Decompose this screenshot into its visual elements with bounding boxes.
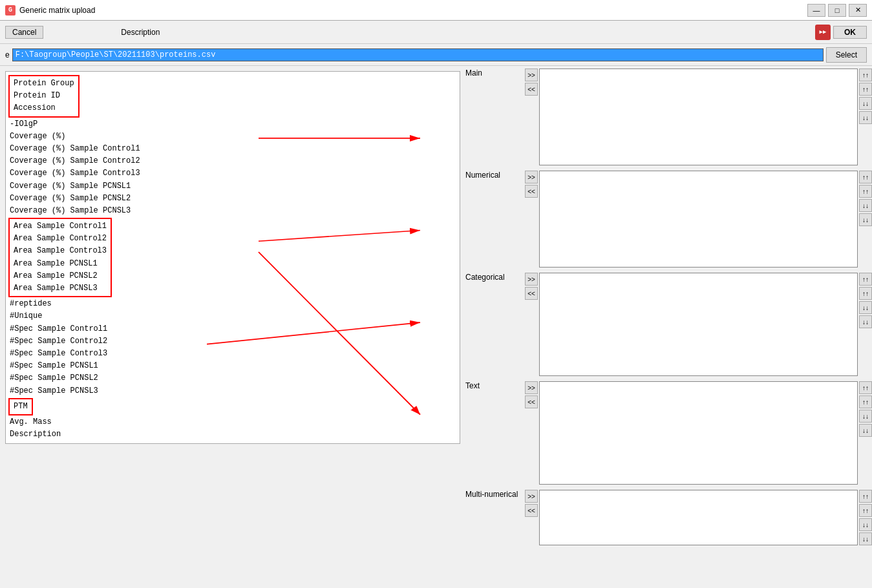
category-multi-numerical: Multi-numerical > < ↑ ↑ ↓ ↓: [465, 490, 872, 545]
list-item[interactable]: #Spec Sample PCNSL2: [8, 372, 457, 384]
numerical-down1-button[interactable]: ↓: [859, 199, 872, 212]
list-item[interactable]: Coverage (%) Sample Control2: [8, 155, 457, 167]
main-window: Cancel Description ▶▶ OK e Select Protei…: [0, 21, 872, 588]
multi-numerical-controls: > <: [525, 490, 538, 545]
numerical-up1-button[interactable]: ↑: [859, 171, 872, 184]
categorical-sort-controls: ↑ ↑ ↓ ↓: [859, 273, 872, 376]
numerical-down2-button[interactable]: ↓: [859, 213, 872, 226]
categorical-down1-button[interactable]: ↓: [859, 301, 872, 314]
path-label: e: [5, 50, 10, 59]
main-sort-controls: ↑ ↑ ↓ ↓: [859, 68, 872, 165]
text-move-left-button[interactable]: <: [525, 395, 538, 408]
ok-icon-symbol: ▶▶: [820, 28, 827, 36]
select-button[interactable]: Select: [826, 47, 867, 63]
file-path-input[interactable]: [12, 48, 824, 61]
list-item[interactable]: Protein Group: [12, 78, 76, 90]
list-item[interactable]: #reptides: [8, 298, 457, 310]
cancel-button[interactable]: Cancel: [5, 26, 43, 39]
numerical-sort-controls: ↑ ↑ ↓ ↓: [859, 171, 872, 268]
text-up1-button[interactable]: ↑: [859, 381, 872, 394]
categorical-down2-button[interactable]: ↓: [859, 315, 872, 328]
maximize-button[interactable]: □: [828, 4, 846, 17]
multi-numerical-list: [539, 490, 858, 545]
categorical-label: Categorical: [465, 273, 524, 282]
multi-numerical-sort-controls: ↑ ↑ ↓ ↓: [859, 490, 872, 545]
close-button[interactable]: ✕: [849, 4, 867, 17]
category-main: Main > < ↑ ↑ ↓ ↓: [465, 68, 872, 165]
categorical-move-right-button[interactable]: >: [525, 273, 538, 286]
list-item[interactable]: Area Sample Control3: [12, 245, 108, 257]
numerical-move-right-button[interactable]: >: [525, 171, 538, 184]
main-up1-button[interactable]: ↑: [859, 68, 872, 81]
main-move-right-button[interactable]: >: [525, 68, 538, 81]
main-controls: > <: [525, 68, 538, 165]
file-bar: e Select: [0, 44, 872, 66]
ok-area: ▶▶ OK: [815, 25, 867, 40]
ok-button[interactable]: OK: [833, 26, 867, 39]
app-icon: G: [5, 5, 16, 16]
content-area: Protein GroupProtein IDAccession-IOlgPCo…: [0, 66, 872, 588]
category-numerical: Numerical > < ↑ ↑ ↓ ↓: [465, 171, 872, 268]
multi-numerical-up2-button[interactable]: ↑: [859, 504, 872, 517]
list-item[interactable]: Area Sample Control1: [12, 220, 108, 233]
list-item[interactable]: Avg. Mass: [8, 416, 457, 428]
list-item[interactable]: Coverage (%) Sample Control1: [8, 143, 457, 155]
main-down1-button[interactable]: ↓: [859, 97, 872, 110]
numerical-controls: > <: [525, 171, 538, 268]
area-box-group: Area Sample Control1Area Sample Control2…: [8, 218, 112, 297]
text-list: [539, 381, 858, 485]
list-item[interactable]: Coverage (%) Sample PCNSL1: [8, 180, 457, 193]
list-item[interactable]: Area Sample PCNSL1: [12, 258, 108, 270]
list-item[interactable]: #Spec Sample PCNSL1: [8, 360, 457, 372]
list-item[interactable]: #Spec Sample Control1: [8, 323, 457, 335]
categorical-controls: > <: [525, 273, 538, 376]
window-controls: — □ ✕: [807, 4, 867, 17]
main-down2-button[interactable]: ↓: [859, 111, 872, 124]
ptm-box-group: PTM: [8, 398, 33, 415]
list-item[interactable]: #Spec Sample Control3: [8, 348, 457, 360]
list-item[interactable]: PTM: [12, 401, 29, 413]
list-item[interactable]: Coverage (%) Sample Control3: [8, 167, 457, 180]
categorical-up2-button[interactable]: ↑: [859, 287, 872, 300]
text-sort-controls: ↑ ↑ ↓ ↓: [859, 381, 872, 485]
multi-numerical-move-left-button[interactable]: <: [525, 504, 538, 517]
list-item[interactable]: #Spec Sample Control2: [8, 335, 457, 348]
list-item[interactable]: Area Sample Control2: [12, 233, 108, 245]
multi-numerical-label: Multi-numerical: [465, 490, 524, 499]
list-item[interactable]: Area Sample PCNSL3: [12, 282, 108, 295]
list-item[interactable]: Area Sample PCNSL2: [12, 270, 108, 282]
text-up2-button[interactable]: ↑: [859, 395, 872, 408]
list-item[interactable]: Coverage (%) Sample PCNSL3: [8, 205, 457, 217]
categorical-list: [539, 273, 858, 376]
text-down1-button[interactable]: ↓: [859, 410, 872, 423]
main-up2-button[interactable]: ↑: [859, 83, 872, 96]
categorical-move-left-button[interactable]: <: [525, 287, 538, 300]
multi-numerical-down1-button[interactable]: ↓: [859, 518, 872, 531]
source-list: Protein GroupProtein IDAccession-IOlgPCo…: [5, 71, 460, 444]
list-item[interactable]: Accession: [12, 102, 76, 114]
main-list: [539, 68, 858, 165]
list-item[interactable]: Description: [8, 428, 457, 441]
text-down2-button[interactable]: ↓: [859, 424, 872, 437]
minimize-button[interactable]: —: [807, 4, 825, 17]
window-title: Generic matrix upload: [19, 6, 807, 15]
multi-numerical-down2-button[interactable]: ↓: [859, 532, 872, 545]
list-item[interactable]: #Spec Sample PCNSL3: [8, 385, 457, 397]
numerical-up2-button[interactable]: ↑: [859, 185, 872, 198]
numerical-label: Numerical: [465, 171, 524, 180]
numerical-list: [539, 171, 858, 268]
main-move-left-button[interactable]: <: [525, 83, 538, 96]
list-item[interactable]: -IOlgP: [8, 118, 457, 131]
list-item[interactable]: Coverage (%) Sample PCNSL2: [8, 193, 457, 205]
source-panel: Protein GroupProtein IDAccession-IOlgPCo…: [0, 66, 465, 588]
list-item[interactable]: Coverage (%): [8, 131, 457, 143]
ok-icon: ▶▶: [815, 25, 831, 40]
category-text: Text > < ↑ ↑ ↓ ↓: [465, 381, 872, 485]
categorical-up1-button[interactable]: ↑: [859, 273, 872, 286]
text-move-right-button[interactable]: >: [525, 381, 538, 394]
list-item[interactable]: Protein ID: [12, 90, 76, 102]
numerical-move-left-button[interactable]: <: [525, 185, 538, 198]
list-item[interactable]: #Unique: [8, 310, 457, 322]
multi-numerical-up1-button[interactable]: ↑: [859, 490, 872, 503]
multi-numerical-move-right-button[interactable]: >: [525, 490, 538, 503]
